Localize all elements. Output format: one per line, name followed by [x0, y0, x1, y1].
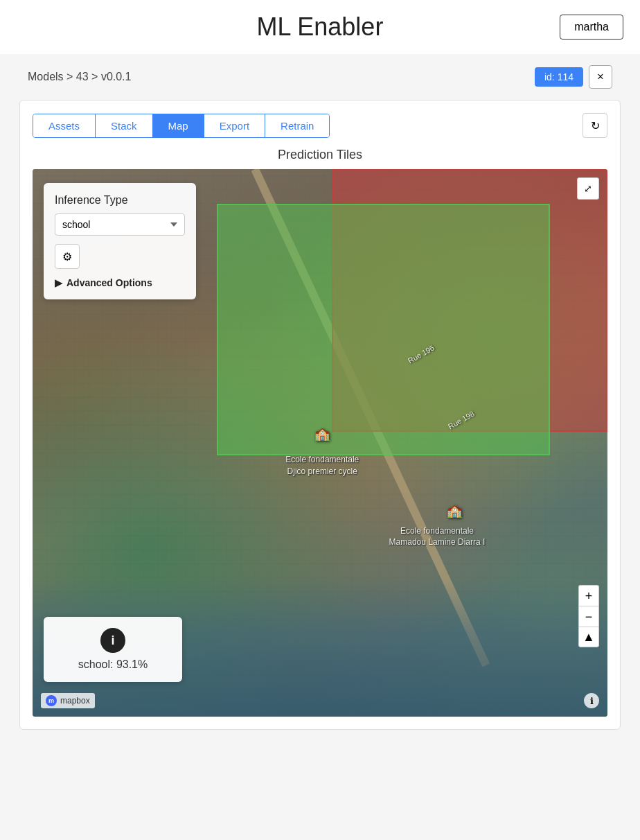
map-container: Rue 196 Rue 198 🏫 Ecole fondamentaleDjic… — [33, 169, 607, 717]
breadcrumb-version[interactable]: v0.0.1 — [101, 71, 132, 82]
inference-type-label: Inference Type — [55, 194, 185, 207]
id-badge: id: 114 — [535, 67, 583, 87]
mapbox-logo: m mapbox — [41, 693, 95, 708]
advanced-arrow-icon: ▶ — [55, 277, 62, 288]
mapbox-info-symbol: ℹ — [590, 696, 594, 706]
mapbox-label: mapbox — [60, 696, 90, 706]
info-text: school: 93.1% — [60, 658, 166, 671]
user-button[interactable]: martha — [560, 15, 623, 40]
school-label-2: Ecole fondamentaleMamadou Lamine Diarra … — [389, 525, 486, 549]
header: ML Enabler martha — [0, 0, 640, 54]
run-inference-button[interactable]: ⚙ — [55, 244, 80, 269]
refresh-icon: ↻ — [591, 119, 600, 132]
tab-assets[interactable]: Assets — [33, 114, 96, 137]
school-icon-1: 🏫 — [314, 426, 330, 441]
breadcrumb-sep2: > — [91, 71, 98, 82]
breadcrumb-model-id[interactable]: 43 — [76, 71, 89, 82]
tab-stack[interactable]: Stack — [96, 114, 153, 137]
breadcrumb-models[interactable]: Models — [28, 71, 64, 82]
prediction-green-overlay — [217, 204, 550, 455]
tabs-row: Assets Stack Map Export Retrain ↻ — [33, 113, 607, 138]
mapbox-logo-icon: m — [46, 695, 57, 706]
close-button[interactable]: × — [589, 65, 612, 89]
advanced-options-toggle[interactable]: ▶ Advanced Options — [55, 277, 185, 288]
advanced-options-label: Advanced Options — [66, 277, 152, 288]
inference-type-select[interactable]: school building road — [55, 213, 185, 236]
refresh-button[interactable]: ↻ — [583, 113, 607, 138]
run-icon: ⚙ — [62, 250, 72, 263]
zoom-out-button[interactable]: − — [578, 606, 599, 627]
info-letter: i — [111, 633, 114, 648]
zoom-controls: + − ▲ — [578, 585, 599, 647]
tabs: Assets Stack Map Export Retrain — [33, 114, 330, 138]
inference-panel: Inference Type school building road ⚙ ▶ … — [44, 183, 196, 299]
breadcrumb-sep1: > — [66, 71, 73, 82]
school-icon-2: 🏫 — [447, 503, 462, 518]
info-panel: i school: 93.1% — [44, 617, 182, 682]
zoom-in-button[interactable]: + — [578, 585, 599, 606]
info-circle-icon: i — [100, 628, 125, 653]
mapbox-info-icon[interactable]: ℹ — [584, 693, 599, 708]
tab-retrain[interactable]: Retrain — [265, 114, 329, 137]
tab-map[interactable]: Map — [153, 114, 204, 137]
north-button[interactable]: ▲ — [578, 627, 599, 647]
breadcrumb-row: Models > 43 > v0.0.1 id: 114 × — [0, 54, 640, 100]
main-card: Assets Stack Map Export Retrain ↻ Predic… — [19, 100, 621, 730]
fullscreen-icon: ⤢ — [584, 183, 592, 194]
section-title: Prediction Tiles — [33, 148, 607, 162]
fullscreen-button[interactable]: ⤢ — [577, 177, 599, 200]
app-title: ML Enabler — [257, 12, 384, 42]
breadcrumb-actions: id: 114 × — [535, 65, 612, 89]
school-label-1: Ecole fondamentaleDjico premier cycle — [285, 454, 359, 478]
tab-export[interactable]: Export — [204, 114, 265, 137]
breadcrumb: Models > 43 > v0.0.1 — [28, 71, 131, 83]
